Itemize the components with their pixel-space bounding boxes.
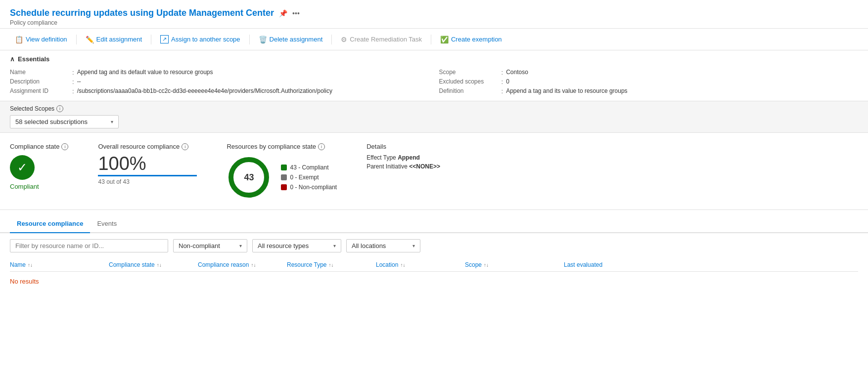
tabs-section: Resource compliance Events <box>0 215 868 233</box>
delete-assignment-icon: 🗑️ <box>259 36 267 43</box>
resources-chart-info-icon[interactable]: i <box>318 143 325 150</box>
th-compliance-state-sort-icon: ↑↓ <box>157 262 162 268</box>
assign-scope-button[interactable]: ↗ Assign to another scope <box>155 33 245 46</box>
essentials-definition-label: Definition <box>439 87 499 94</box>
details-effect-value: Append <box>398 154 420 161</box>
th-scope-sort-icon: ↑↓ <box>484 262 489 268</box>
toolbar-separator-3 <box>249 35 250 44</box>
essentials-left: Name : Append tag and its default value … <box>10 68 429 96</box>
essentials-name-label: Name <box>10 69 69 76</box>
create-exemption-icon: ✅ <box>440 36 449 43</box>
essentials-definition-row: Definition : Append a tag and its value … <box>439 86 859 96</box>
details-title: Details <box>366 143 440 150</box>
th-compliance-reason[interactable]: Compliance reason ↑↓ <box>198 261 287 268</box>
assign-scope-icon: ↗ <box>160 35 169 43</box>
essentials-name-value: Append tag and its default value to reso… <box>77 69 213 76</box>
edit-assignment-button[interactable]: ✏️ Edit assignment <box>81 33 147 46</box>
th-last-evaluated[interactable]: Last evaluated <box>564 261 643 268</box>
essentials-excluded-label: Excluded scopes <box>439 78 499 85</box>
compliant-check-icon: ✓ <box>17 161 27 174</box>
legend-compliant-dot <box>281 165 287 170</box>
tab-resource-compliance[interactable]: Resource compliance <box>10 215 90 233</box>
scopes-bar: Selected Scopes i 58 selected subscripti… <box>0 101 868 133</box>
details-parent-row: Parent Initiative <<NONE>> <box>366 163 440 170</box>
scopes-info-icon[interactable]: i <box>56 105 63 112</box>
compliant-circle: ✓ <box>10 155 35 180</box>
edit-assignment-icon: ✏️ <box>86 36 94 43</box>
essentials-scope-value: Contoso <box>506 69 528 76</box>
th-scope[interactable]: Scope ↑↓ <box>465 261 564 268</box>
create-remediation-icon: ⚙ <box>341 36 347 43</box>
rc-legend: 43 - Compliant 0 - Exempt 0 - Non-compli… <box>281 164 337 191</box>
view-definition-icon: 📋 <box>15 36 23 43</box>
essentials-description-row: Description : -- <box>10 77 429 86</box>
overall-compliance-bar-fill <box>98 175 197 176</box>
essentials-scope-label: Scope <box>439 69 499 76</box>
th-compliance-reason-sort-icon: ↑↓ <box>251 262 256 268</box>
th-name-sort-icon: ↑↓ <box>28 262 33 268</box>
resources-chart-content: 43 43 - Compliant 0 - Exempt 0 - Non-com… <box>227 155 337 200</box>
pin-button[interactable]: 📌 <box>279 9 287 17</box>
details-effect-row: Effect Type Append <box>366 154 440 161</box>
tab-events[interactable]: Events <box>90 215 124 233</box>
scopes-dropdown[interactable]: 58 selected subscriptions ▾ <box>10 115 119 128</box>
th-name[interactable]: Name ↑↓ <box>10 261 109 268</box>
filters-row: Non-compliant ▾ All resource types ▾ All… <box>0 233 868 258</box>
overall-compliance-percent: 100% <box>98 154 197 173</box>
essentials-scope-row: Scope : Contoso <box>439 68 859 77</box>
compliance-state-info-icon[interactable]: i <box>61 143 68 150</box>
view-definition-button[interactable]: 📋 View definition <box>10 33 72 46</box>
compliance-state-box: Compliance state i ✓ Compliant <box>10 143 68 190</box>
legend-noncompliant: 0 - Non-compliant <box>281 184 337 191</box>
toolbar-separator-4 <box>331 35 332 44</box>
overall-compliance-info-icon[interactable]: i <box>182 143 188 150</box>
create-remediation-button[interactable]: ⚙ Create Remediation Task <box>336 33 427 46</box>
essentials-description-label: Description <box>10 78 69 85</box>
scopes-label: Selected Scopes i <box>10 105 858 112</box>
location-filter-dropdown[interactable]: All locations ▾ <box>346 239 420 252</box>
legend-exempt: 0 - Exempt <box>281 174 337 181</box>
toolbar-separator-1 <box>76 35 77 44</box>
toolbar: 📋 View definition ✏️ Edit assignment ↗ A… <box>0 28 868 50</box>
essentials-description-value: -- <box>77 78 81 85</box>
delete-assignment-button[interactable]: 🗑️ Delete assignment <box>254 33 328 46</box>
th-location[interactable]: Location ↑↓ <box>376 261 465 268</box>
essentials-definition-value: Append a tag and its value to resource g… <box>506 87 628 94</box>
essentials-assignmentid-label: Assignment ID <box>10 87 69 94</box>
overall-compliance-box: Overall resource compliance i 100% 43 ou… <box>98 143 197 185</box>
essentials-grid: Name : Append tag and its default value … <box>10 68 858 96</box>
essentials-excluded-row: Excluded scopes : 0 <box>439 77 859 86</box>
toolbar-separator-5 <box>431 35 431 44</box>
th-resource-type-sort-icon: ↑↓ <box>329 262 334 268</box>
legend-exempt-dot <box>281 174 287 180</box>
table-container: Name ↑↓ Compliance state ↑↓ Compliance r… <box>0 258 868 291</box>
no-results: No results <box>10 272 858 291</box>
details-parent-value: <<NONE>> <box>409 163 440 170</box>
donut-chart: 43 <box>227 155 271 200</box>
more-button[interactable]: ••• <box>292 9 300 17</box>
th-resource-type[interactable]: Resource Type ↑↓ <box>287 261 376 268</box>
compliance-filter-dropdown[interactable]: Non-compliant ▾ <box>173 239 247 252</box>
essentials-header[interactable]: ∧ Essentials <box>10 55 858 63</box>
location-filter-chevron-icon: ▾ <box>412 243 415 249</box>
resources-chart-label: Resources by compliance state i <box>227 143 337 150</box>
compliance-filter-value: Non-compliant <box>179 242 220 249</box>
compliant-text: Compliant <box>10 183 39 190</box>
essentials-right: Scope : Contoso Excluded scopes : 0 Defi… <box>439 68 859 96</box>
essentials-chevron-icon: ∧ <box>10 55 15 63</box>
legend-compliant: 43 - Compliant <box>281 164 337 171</box>
legend-noncompliant-label: 0 - Non-compliant <box>290 184 337 191</box>
legend-exempt-label: 0 - Exempt <box>290 174 319 181</box>
page-subtitle: Policy compliance <box>10 19 858 26</box>
overall-compliance-label: Overall resource compliance i <box>98 143 197 150</box>
compliance-section: Compliance state i ✓ Compliant Overall r… <box>0 133 868 210</box>
compliance-filter-chevron-icon: ▾ <box>239 243 242 249</box>
search-input[interactable] <box>10 239 168 252</box>
th-compliance-state[interactable]: Compliance state ↑↓ <box>109 261 198 268</box>
resource-type-filter-chevron-icon: ▾ <box>333 243 336 249</box>
details-box: Details Effect Type Append Parent Initia… <box>366 143 440 170</box>
create-exemption-button[interactable]: ✅ Create exemption <box>435 33 507 46</box>
toolbar-separator-2 <box>151 35 151 44</box>
resource-type-filter-dropdown[interactable]: All resource types ▾ <box>252 239 341 252</box>
legend-compliant-label: 43 - Compliant <box>290 164 328 171</box>
